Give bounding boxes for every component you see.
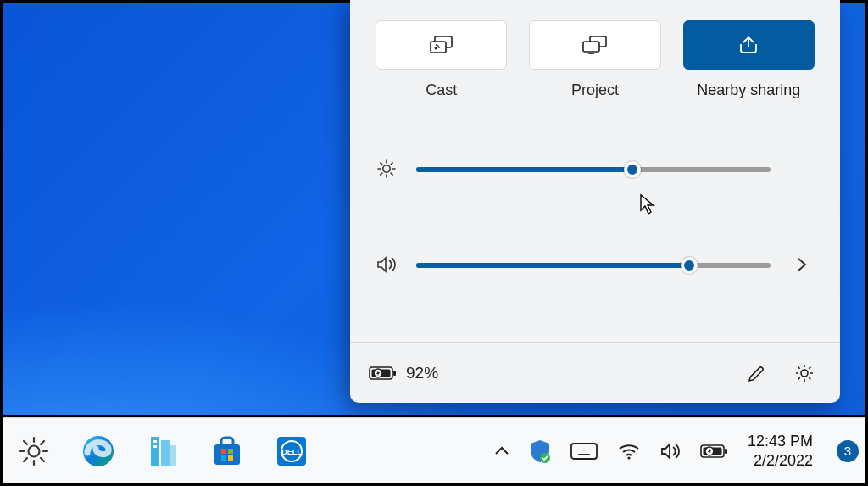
battery-percent: 92% [406,364,438,383]
taskbar: DELL [3,417,865,483]
svg-rect-33 [153,440,157,443]
svg-rect-53 [725,449,727,454]
taskbar-pinned-apps: DELL [3,432,311,471]
keyboard-icon[interactable] [570,441,598,461]
tray-overflow-button[interactable] [493,445,510,457]
clock-date: 2/2/2022 [748,451,813,471]
project-label: Project [571,81,619,99]
taskbar-app-settings[interactable] [14,432,53,471]
cast-icon [429,36,454,54]
security-icon[interactable] [529,439,551,464]
battery-icon [369,365,398,382]
taskbar-app-dell[interactable]: DELL [272,432,311,471]
brightness-icon [376,159,398,179]
panel-footer: 92% [350,342,840,403]
store-icon [210,434,244,468]
pencil-icon [747,363,767,383]
svg-rect-36 [221,449,226,454]
gear-icon [793,362,815,384]
share-icon [737,35,760,55]
svg-line-27 [24,458,27,461]
svg-rect-37 [228,449,233,454]
svg-rect-31 [161,440,170,466]
brightness-slider[interactable] [416,160,771,177]
taskbar-app-edge[interactable] [79,432,118,471]
svg-point-19 [801,370,808,377]
system-tray: 12:43 PM 2/2/2022 3 [493,432,865,470]
dell-icon: DELL [275,434,309,468]
taskbar-clock[interactable]: 12:43 PM 2/2/2022 [748,432,813,470]
volume-expand-button[interactable] [789,254,815,276]
server-icon [146,433,180,469]
tile-cast: Cast [376,20,507,99]
edit-button[interactable] [740,356,774,390]
svg-line-26 [41,458,44,461]
tile-nearby-sharing: Nearby sharing [683,20,815,99]
cast-button[interactable] [376,20,507,70]
nearby-sharing-button[interactable] [683,20,815,70]
svg-rect-1 [431,42,446,53]
svg-line-25 [24,441,27,444]
gear-icon [17,434,51,468]
svg-line-13 [381,173,382,175]
settings-button[interactable] [787,356,821,390]
project-icon [581,36,609,54]
svg-line-28 [41,441,44,444]
svg-point-20 [29,445,40,456]
svg-rect-32 [170,445,176,466]
svg-rect-34 [153,445,157,448]
svg-rect-35 [214,444,240,465]
svg-point-51 [627,456,630,459]
edge-icon [81,433,116,469]
volume-slider[interactable] [416,256,771,273]
cast-label: Cast [426,81,457,99]
tile-project: Project [529,20,660,99]
quick-settings-panel: Cast Project [350,0,840,403]
svg-line-11 [381,163,382,165]
svg-point-6 [383,165,390,172]
taskbar-app-store[interactable] [208,432,247,471]
quick-tiles-row: Cast Project [350,0,840,99]
wifi-icon[interactable] [617,442,641,461]
project-button[interactable] [529,20,660,70]
tray-volume-icon[interactable] [659,442,682,461]
svg-rect-38 [221,455,226,461]
svg-rect-44 [571,444,597,459]
nearby-sharing-label: Nearby sharing [697,81,800,99]
taskbar-app-server-manager[interactable] [143,432,182,471]
svg-rect-4 [583,42,599,52]
clock-time: 12:43 PM [748,432,813,451]
battery-status[interactable]: 92% [369,364,438,383]
svg-text:DELL: DELL [281,448,302,456]
svg-rect-16 [393,371,396,376]
notification-badge[interactable]: 3 [837,440,859,462]
volume-row [350,223,840,276]
tray-battery-icon[interactable] [700,444,729,459]
svg-rect-39 [228,455,233,461]
svg-line-12 [391,173,392,175]
svg-line-14 [391,163,392,165]
svg-point-2 [434,47,437,50]
volume-icon [376,254,398,275]
brightness-row [350,128,840,179]
